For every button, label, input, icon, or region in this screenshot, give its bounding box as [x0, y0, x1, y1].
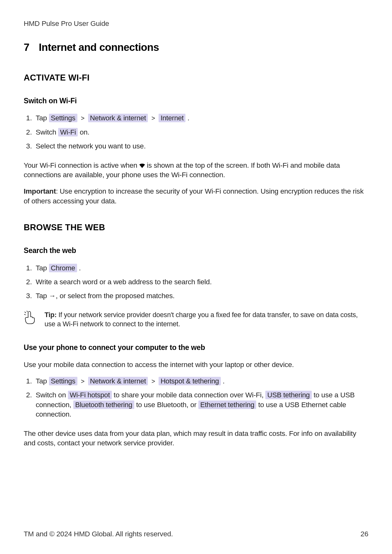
- page-number: 26: [360, 529, 368, 539]
- important-text: : Use encryption to increase the securit…: [24, 187, 364, 205]
- ui-label-network-internet: Network & internet: [88, 114, 148, 122]
- chapter-title: Internet and connections: [39, 40, 159, 55]
- step-text: on.: [78, 128, 89, 136]
- ui-label-settings: Settings: [49, 114, 77, 122]
- chapter-heading: 7 Internet and connections: [24, 40, 368, 55]
- step-text: to use Bluetooth, or: [134, 401, 198, 409]
- section-browse-web: BROWSE THE WEB: [24, 222, 368, 233]
- document-header: HMD Pulse Pro User Guide: [24, 19, 368, 28]
- tip-label: Tip:: [45, 311, 57, 319]
- ui-label-network-internet: Network & internet: [88, 377, 148, 385]
- step-text: .: [77, 264, 81, 272]
- separator: >: [79, 378, 86, 385]
- step-text: .: [221, 377, 225, 385]
- step: Tap Settings > Network & internet > Inte…: [34, 113, 368, 123]
- step-text: Tap: [36, 377, 49, 385]
- paragraph: Use your mobile data connection to acces…: [24, 360, 368, 370]
- step: Switch on Wi-Fi hotspot to share your mo…: [34, 390, 368, 419]
- subsection-tethering: Use your phone to connect your computer …: [24, 343, 368, 352]
- text: Your Wi-Fi connection is active when: [24, 161, 139, 169]
- step-text: .: [185, 114, 189, 122]
- tip-text: Tip: If your network service provider do…: [45, 310, 368, 329]
- pointing-hand-icon: [24, 310, 36, 327]
- step-text: Tap: [36, 264, 49, 272]
- step: Tap Chrome .: [34, 263, 368, 273]
- paragraph: The other device uses data from your dat…: [24, 429, 368, 448]
- step: Tap Settings > Network & internet > Hots…: [34, 376, 368, 386]
- ui-label-wifi: Wi-Fi: [58, 128, 78, 136]
- steps-switch-wifi: Tap Settings > Network & internet > Inte…: [24, 113, 368, 151]
- arrow-right-icon: →: [49, 291, 56, 301]
- separator: >: [79, 115, 86, 122]
- subsection-switch-on-wifi: Switch on Wi-Fi: [24, 96, 368, 106]
- tip-box: Tip: If your network service provider do…: [24, 310, 368, 329]
- important-note: Important: Use encryption to increase th…: [24, 187, 368, 206]
- ui-label-settings: Settings: [49, 377, 77, 385]
- step-text: Switch: [36, 128, 58, 136]
- ui-label-hotspot-tethering: Hotspot & tethering: [159, 377, 221, 385]
- step: Select the network you want to use.: [34, 142, 368, 151]
- copyright: TM and © 2024 HMD Global. All rights res…: [24, 529, 173, 539]
- chapter-number: 7: [24, 40, 29, 55]
- separator: >: [150, 115, 157, 122]
- important-label: Important: [24, 187, 56, 195]
- page: HMD Pulse Pro User Guide 7 Internet and …: [0, 0, 392, 554]
- step: Tap →, or select from the proposed match…: [34, 291, 368, 301]
- step-text: Select the network you want to use.: [36, 142, 146, 150]
- wifi-icon: [139, 164, 145, 168]
- ui-label-bluetooth-tethering: Bluetooth tethering: [73, 400, 134, 409]
- separator: >: [150, 378, 157, 385]
- page-footer: TM and © 2024 HMD Global. All rights res…: [24, 529, 368, 539]
- ui-label-internet: Internet: [159, 114, 185, 122]
- tip-body: If your network service provider doesn't…: [45, 311, 358, 328]
- step-text: Write a search word or a web address to …: [36, 278, 212, 286]
- subsection-search-web: Search the web: [24, 246, 368, 256]
- section-activate-wifi: ACTIVATE WI-FI: [24, 72, 368, 83]
- steps-search-web: Tap Chrome . Write a search word or a we…: [24, 263, 368, 301]
- ui-label-usb-tethering: USB tethering: [265, 391, 311, 399]
- ui-label-wifi-hotspot: Wi-Fi hotspot: [68, 391, 112, 399]
- step-text: to share your mobile data connection ove…: [112, 391, 265, 399]
- paragraph: Your Wi-Fi connection is active when is …: [24, 161, 368, 180]
- step-text: , or select from the proposed matches.: [56, 292, 175, 300]
- ui-label-chrome: Chrome: [49, 264, 77, 272]
- steps-tethering: Tap Settings > Network & internet > Hots…: [24, 376, 368, 419]
- ui-label-ethernet-tethering: Ethernet tethering: [198, 400, 256, 409]
- step: Switch Wi-Fi on.: [34, 128, 368, 137]
- step-text: Switch on: [36, 391, 68, 399]
- step: Write a search word or a web address to …: [34, 277, 368, 287]
- step-text: Tap: [36, 292, 49, 300]
- step-text: Tap: [36, 114, 49, 122]
